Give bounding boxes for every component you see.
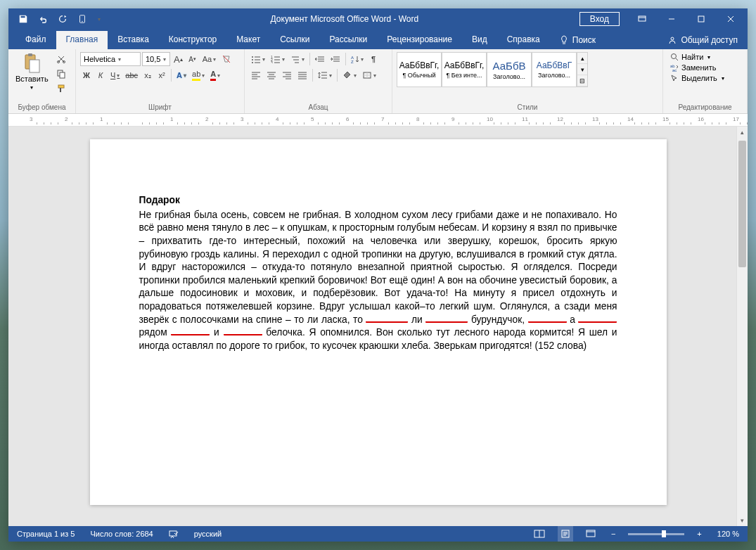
share-button[interactable]: Общий доступ bbox=[658, 35, 748, 49]
scroll-down-icon[interactable]: ▾ bbox=[737, 515, 748, 526]
strike-button[interactable]: abc bbox=[123, 68, 140, 82]
tab-insert[interactable]: Вставка bbox=[108, 31, 159, 49]
select-button[interactable]: Выделить▾ bbox=[667, 73, 727, 83]
tab-help[interactable]: Справка bbox=[497, 31, 550, 49]
align-right-icon[interactable] bbox=[280, 68, 294, 82]
format-painter-icon[interactable] bbox=[54, 82, 68, 96]
tab-mailings[interactable]: Рассылки bbox=[319, 31, 377, 49]
status-spellcheck-icon[interactable] bbox=[166, 526, 181, 542]
blank-field bbox=[366, 314, 408, 323]
increase-indent-icon[interactable] bbox=[328, 52, 342, 66]
highlight-icon[interactable]: ab bbox=[190, 68, 207, 82]
zoom-thumb[interactable] bbox=[662, 530, 666, 537]
ribbon-options-icon[interactable] bbox=[628, 8, 656, 30]
view-web-icon[interactable] bbox=[583, 526, 598, 542]
sort-icon[interactable]: AZ bbox=[349, 52, 366, 66]
status-language[interactable]: русский bbox=[191, 526, 224, 542]
bullets-icon[interactable] bbox=[249, 52, 267, 66]
align-center-icon[interactable] bbox=[264, 68, 278, 82]
save-icon[interactable] bbox=[15, 11, 31, 27]
grow-font-icon[interactable]: A▴ bbox=[172, 52, 185, 66]
undo-icon[interactable] bbox=[35, 11, 51, 27]
tab-home[interactable]: Главная bbox=[56, 31, 108, 49]
tab-references[interactable]: Ссылки bbox=[270, 31, 319, 49]
minimize-button[interactable] bbox=[658, 8, 686, 30]
group-label-editing: Редактирование bbox=[667, 102, 743, 112]
status-page[interactable]: Страница 1 из 5 bbox=[14, 526, 77, 542]
show-marks-icon[interactable]: ¶ bbox=[367, 52, 380, 66]
titlebar-right: Вход bbox=[579, 8, 748, 30]
svg-rect-2 bbox=[639, 16, 646, 21]
superscript-button[interactable]: x² bbox=[155, 68, 168, 82]
style-heading1[interactable]: АаБбВЗаголово... bbox=[487, 52, 532, 87]
styles-down-icon[interactable]: ▾ bbox=[577, 64, 587, 75]
copy-icon[interactable] bbox=[54, 67, 68, 81]
shrink-font-icon[interactable]: A▾ bbox=[186, 52, 199, 66]
zoom-level[interactable]: 120 % bbox=[715, 526, 742, 542]
numbering-icon[interactable]: 123 bbox=[269, 52, 287, 66]
cut-icon[interactable] bbox=[54, 52, 68, 66]
bold-button[interactable]: Ж bbox=[80, 68, 93, 82]
horizontal-ruler[interactable]: 3211234567891011121314151617 bbox=[8, 114, 748, 127]
view-print-icon[interactable] bbox=[558, 526, 573, 542]
replace-button[interactable]: abacЗаменить bbox=[667, 63, 727, 72]
style-nospacing[interactable]: АаБбВвГг,¶ Без инте... bbox=[442, 52, 487, 87]
underline-button[interactable]: Ч bbox=[108, 68, 122, 82]
tab-design[interactable]: Конструктор bbox=[159, 31, 226, 49]
multilevel-icon[interactable] bbox=[288, 52, 307, 66]
shading-icon[interactable] bbox=[340, 68, 359, 82]
page[interactable]: Подарок Не грибная была осень, совсем не… bbox=[90, 139, 667, 505]
clear-format-icon[interactable] bbox=[219, 52, 233, 66]
scroll-up-icon[interactable]: ▴ bbox=[737, 127, 748, 138]
justify-icon[interactable] bbox=[295, 68, 309, 82]
zoom-out-icon[interactable]: − bbox=[608, 526, 618, 542]
text-effects-icon[interactable]: A bbox=[174, 68, 188, 82]
window-title: Документ Microsoft Office Word - Word bbox=[110, 14, 579, 24]
font-size-combo[interactable]: 10,5▾ bbox=[142, 52, 170, 66]
svg-point-14 bbox=[252, 59, 253, 60]
font-name-combo[interactable]: Helvetica▾ bbox=[80, 52, 141, 66]
align-left-icon[interactable] bbox=[249, 68, 263, 82]
svg-point-15 bbox=[252, 62, 253, 63]
styles-more-icon[interactable]: ⊟ bbox=[577, 75, 587, 87]
tab-file[interactable]: Файл bbox=[15, 31, 56, 49]
qat-customize-icon[interactable] bbox=[94, 11, 103, 27]
zoom-slider[interactable] bbox=[628, 533, 684, 535]
borders-icon[interactable] bbox=[360, 68, 378, 82]
subscript-button[interactable]: x₂ bbox=[141, 68, 154, 82]
doc-body: Не грибная была осень, совсем не грибная… bbox=[139, 209, 617, 353]
signin-button[interactable]: Вход bbox=[579, 12, 620, 26]
app-window: Документ Microsoft Office Word - Word Вх… bbox=[8, 8, 748, 542]
tab-view[interactable]: Вид bbox=[462, 31, 497, 49]
line-spacing-icon[interactable] bbox=[316, 68, 334, 82]
svg-rect-28 bbox=[587, 530, 595, 537]
redo-icon[interactable] bbox=[55, 11, 70, 27]
style-heading2[interactable]: АаБбВвГЗаголово... bbox=[532, 52, 577, 87]
status-wordcount[interactable]: Число слов: 2684 bbox=[87, 526, 155, 542]
style-normal[interactable]: АаБбВвГг,¶ Обычный bbox=[397, 52, 442, 87]
zoom-in-icon[interactable]: + bbox=[694, 526, 704, 542]
close-button[interactable] bbox=[717, 8, 745, 30]
document-content[interactable]: Подарок Не грибная была осень, совсем не… bbox=[139, 194, 617, 353]
clipboard-icon bbox=[22, 53, 41, 73]
font-color-icon[interactable]: A bbox=[208, 68, 222, 82]
paste-button[interactable]: Вставить ▾ bbox=[13, 52, 51, 92]
italic-button[interactable]: К bbox=[94, 68, 107, 82]
tab-review[interactable]: Рецензирование bbox=[377, 31, 462, 49]
tell-me-search[interactable]: Поиск bbox=[550, 35, 606, 49]
change-case-icon[interactable]: Aa bbox=[200, 52, 218, 66]
blank-field bbox=[425, 314, 468, 323]
view-read-icon[interactable] bbox=[531, 526, 548, 542]
lightbulb-icon bbox=[560, 35, 568, 45]
styles-up-icon[interactable]: ▴ bbox=[577, 53, 587, 64]
svg-rect-25 bbox=[169, 531, 177, 536]
scroll-thumb[interactable] bbox=[738, 141, 746, 267]
touch-mode-icon[interactable] bbox=[75, 11, 90, 27]
group-label-font: Шрифт bbox=[80, 102, 240, 112]
decrease-indent-icon[interactable] bbox=[313, 52, 327, 66]
find-button[interactable]: Найти▾ bbox=[667, 52, 727, 62]
doc-title: Подарок bbox=[139, 194, 617, 207]
tab-layout[interactable]: Макет bbox=[226, 31, 270, 49]
maximize-button[interactable] bbox=[687, 8, 715, 30]
group-label-clipboard: Буфер обмена bbox=[13, 102, 71, 112]
